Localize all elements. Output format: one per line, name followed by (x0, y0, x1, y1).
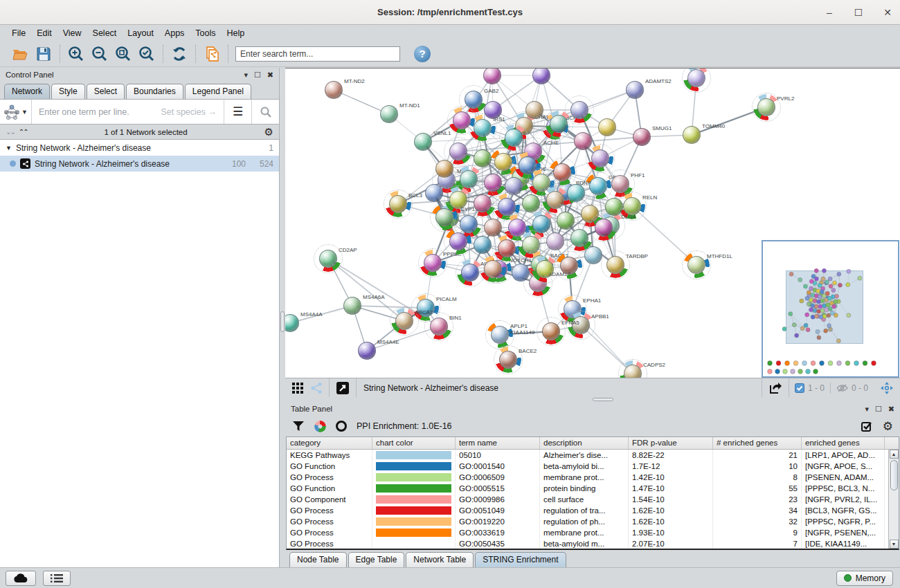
protein-node[interactable] (560, 257, 578, 275)
table-row[interactable]: GO ProcessGO:0051049regulation of tra...… (287, 505, 899, 516)
protein-node-gab2[interactable] (465, 91, 483, 109)
string-protein-query-icon[interactable]: STRING ▼ (0, 100, 32, 124)
grid-view-icon[interactable] (285, 382, 310, 394)
menu-file[interactable]: File (7, 27, 30, 39)
protein-node[interactable] (522, 236, 540, 254)
protein-node-bcl3[interactable] (389, 195, 407, 213)
table-row[interactable]: GO ComponentGO:0009986cell surface1.54E-… (287, 494, 899, 505)
protein-node[interactable] (598, 118, 616, 136)
tab-network[interactable]: Network (4, 84, 50, 99)
protein-node[interactable] (512, 264, 530, 282)
protein-node-mthfd1l[interactable] (687, 256, 705, 274)
protein-node[interactable] (449, 143, 467, 160)
zoom-out-icon[interactable] (91, 45, 109, 63)
protein-node-abca7[interactable] (395, 312, 413, 330)
protein-node[interactable] (591, 149, 609, 167)
divider-grip[interactable] (280, 311, 285, 332)
column-header-chart-color[interactable]: chart color (372, 437, 456, 449)
tab-legend-panel[interactable]: Legend Panel (185, 84, 251, 99)
column-header-enriched-genes[interactable]: enriched genes (802, 437, 885, 449)
menu-apps[interactable]: Apps (160, 27, 190, 39)
protein-node-adamts2[interactable] (626, 81, 644, 99)
protein-node-cd2ap[interactable] (319, 250, 337, 268)
protein-node-phf1[interactable] (611, 175, 629, 193)
menu-edit[interactable]: Edit (32, 27, 57, 39)
maximize-button[interactable]: ☐ (853, 7, 864, 18)
protein-node-bace2[interactable] (499, 351, 517, 369)
protein-node[interactable] (453, 111, 471, 129)
protein-node-pvrl2[interactable] (757, 98, 775, 116)
protein-node[interactable] (570, 101, 588, 119)
donut-chart-icon[interactable] (314, 421, 326, 432)
tab-string-enrichment[interactable]: STRING Enrichment (475, 552, 566, 567)
protein-node-tardbp[interactable] (606, 256, 624, 274)
protein-node-ms4a4e[interactable] (358, 342, 376, 360)
protein-node[interactable] (574, 132, 592, 150)
protein-node[interactable] (687, 69, 705, 87)
panel-divider[interactable] (280, 68, 285, 567)
protein-node-aplp1[interactable] (491, 326, 509, 344)
protein-node[interactable] (546, 232, 564, 250)
panel-collapse-icon[interactable]: ▾ (244, 71, 248, 80)
ring-chart-icon[interactable] (336, 421, 347, 432)
expand-all-icon[interactable]: ⌃⌃ (19, 128, 28, 136)
tab-boundaries[interactable]: Boundaries (126, 84, 183, 99)
pan-tool-icon[interactable] (874, 381, 900, 395)
table-row[interactable]: GO ProcessGO:0033619membrane prot...1.93… (287, 527, 899, 538)
tree-expand-icon[interactable]: ▼ (6, 145, 12, 151)
share-view-icon[interactable] (310, 382, 329, 394)
panel-close-icon[interactable]: ✖ (888, 405, 894, 414)
scroll-down-icon[interactable]: ▼ (890, 540, 899, 549)
zoom-in-icon[interactable] (67, 45, 85, 63)
protein-node[interactable] (449, 232, 467, 250)
menu-select[interactable]: Select (88, 27, 122, 39)
protein-node-vsnl1[interactable] (414, 133, 432, 151)
network-options-gear-icon[interactable]: ⚙ (264, 126, 273, 138)
export-network-icon[interactable] (762, 381, 789, 395)
protein-node-reln[interactable] (623, 197, 641, 215)
protein-node[interactable] (595, 219, 613, 237)
tab-network-table[interactable]: Network Table (406, 552, 474, 567)
string-query-input[interactable]: Enter one term per line. Set species → (32, 107, 224, 117)
protein-node-mt-nd2[interactable] (325, 81, 343, 99)
tab-edge-table[interactable]: Edge Table (348, 552, 405, 567)
protein-node-smug1[interactable] (633, 128, 651, 146)
protein-node[interactable] (505, 129, 523, 147)
table-row[interactable]: GO ProcessGO:0006509membrane prot...1.42… (287, 472, 899, 483)
table-scrollbar[interactable]: ▲ ▼ (888, 450, 899, 549)
protein-node-ppp5c[interactable] (424, 254, 442, 272)
table-row[interactable]: KEGG Pathways05010Alzheimer's dise...8.8… (287, 450, 899, 461)
table-row[interactable]: GO FunctionGO:0005515protein binding1.47… (287, 483, 899, 494)
divider-grip[interactable] (593, 398, 613, 401)
open-session-icon[interactable] (11, 45, 29, 63)
protein-node-cadps2[interactable] (624, 365, 642, 378)
protein-node-efna5[interactable] (542, 322, 560, 340)
clone-network-icon[interactable] (203, 45, 221, 63)
protein-node[interactable] (605, 198, 623, 216)
protein-node[interactable] (553, 163, 571, 181)
menu-view[interactable]: View (58, 27, 87, 39)
zoom-fit-icon[interactable] (114, 45, 132, 63)
help-icon[interactable]: ? (414, 46, 431, 62)
menu-layout[interactable]: Layout (123, 27, 159, 39)
column-header-term-name[interactable]: term name (456, 437, 540, 449)
panel-close-icon[interactable]: ✖ (267, 71, 273, 80)
protein-node-ms4a6a[interactable] (343, 297, 361, 315)
protein-node[interactable] (570, 229, 588, 247)
column-header--enriched-genes[interactable]: # enriched genes (713, 437, 802, 449)
protein-node-gfap[interactable] (589, 177, 607, 195)
network-canvas[interactable]: MT-ND2MT-ND1VSNL1GAB2IRS1CHATBCHEACHEAPO… (285, 68, 900, 378)
protein-node[interactable] (484, 219, 502, 237)
column-header-category[interactable]: category (287, 437, 372, 449)
collapse-all-icon[interactable]: ⌄⌄ (6, 128, 15, 136)
open-in-window-icon[interactable] (330, 381, 356, 395)
task-list-button[interactable] (43, 571, 71, 586)
column-header-FDR-p-value[interactable]: FDR p-value (629, 437, 713, 449)
table-row[interactable]: GO ProcessGO:0050435beta-amyloid m...2.0… (287, 538, 899, 549)
panel-collapse-icon[interactable]: ▾ (865, 405, 869, 414)
cloud-button[interactable] (6, 571, 36, 586)
tab-node-table[interactable]: Node Table (289, 552, 347, 567)
protein-node[interactable] (484, 101, 502, 119)
protein-node[interactable] (536, 260, 554, 278)
string-search-icon[interactable] (251, 100, 279, 124)
